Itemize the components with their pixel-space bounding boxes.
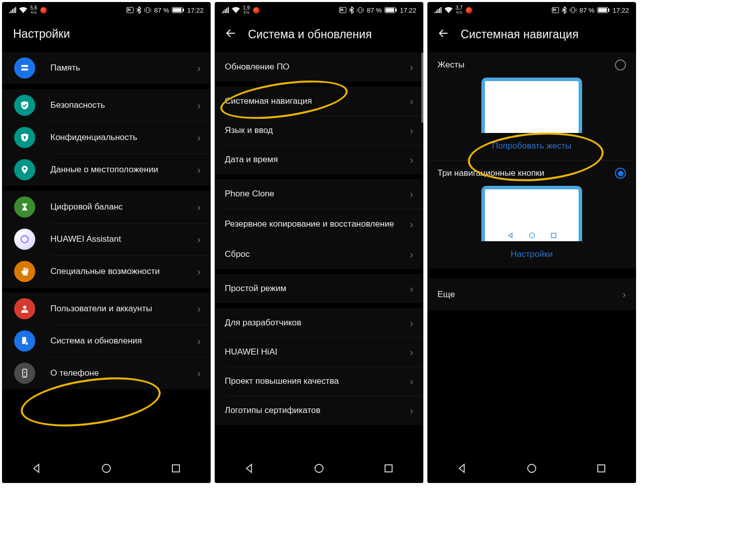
row-reset[interactable]: Сброс › bbox=[215, 240, 423, 269]
try-gestures-link[interactable]: Попробовать жесты bbox=[437, 141, 626, 151]
row-label: Система и обновления bbox=[50, 335, 197, 346]
svg-rect-23 bbox=[396, 9, 397, 12]
nav-recent-button[interactable] bbox=[170, 463, 181, 476]
chevron-right-icon: › bbox=[410, 125, 413, 136]
chevron-right-icon: › bbox=[197, 164, 201, 176]
system-nav-bar bbox=[215, 455, 423, 483]
row-phone-clone[interactable]: Phone Clone › bbox=[215, 179, 423, 209]
clock: 17:22 bbox=[400, 7, 416, 14]
row-label: Безопасность bbox=[50, 100, 197, 110]
row-huawei-hiai[interactable]: HUAWEI HiAI › bbox=[215, 337, 423, 367]
row-label: Конфиденциальность bbox=[50, 132, 197, 143]
clock: 17:22 bbox=[612, 7, 629, 14]
location-pin-icon bbox=[14, 159, 35, 180]
row-user-experience[interactable]: Проект повышения качества › bbox=[215, 367, 423, 396]
nav-home-button[interactable] bbox=[101, 463, 112, 476]
hand-icon bbox=[14, 261, 35, 282]
system-nav-bar bbox=[2, 455, 211, 483]
row-language-input[interactable]: Язык и ввод › bbox=[215, 116, 423, 145]
chevron-right-icon: › bbox=[410, 249, 413, 260]
nav-home-button[interactable] bbox=[313, 463, 325, 476]
chevron-right-icon: › bbox=[197, 100, 201, 111]
back-button[interactable] bbox=[437, 27, 450, 41]
svg-rect-27 bbox=[572, 8, 575, 13]
row-assistant[interactable]: HUAWEI Assistant › bbox=[2, 223, 211, 255]
nav-recent-button[interactable] bbox=[596, 463, 607, 476]
row-date-time[interactable]: Дата и время › bbox=[215, 145, 423, 174]
bluetooth-icon bbox=[349, 7, 354, 14]
svg-point-10 bbox=[21, 236, 28, 243]
row-label: Простой режим bbox=[225, 283, 410, 294]
nav-back-button[interactable] bbox=[31, 463, 42, 476]
battery-icon bbox=[385, 7, 397, 13]
phone-screen-system-navigation: 3,7K/s 87 % 17:22 Системная навигация Же… bbox=[427, 2, 636, 483]
battery-percent: 87 % bbox=[367, 7, 382, 14]
navigation-options: Жесты Попробовать жесты Три навигационны… bbox=[427, 52, 636, 455]
cellular-signal-icon bbox=[222, 7, 229, 13]
row-developer-options[interactable]: Для разработчиков › bbox=[215, 308, 423, 337]
svg-point-31 bbox=[529, 233, 534, 238]
page-title: Система и обновления bbox=[248, 28, 372, 41]
option-gestures[interactable]: Жесты Попробовать жесты bbox=[427, 52, 636, 160]
shield-check-icon bbox=[14, 95, 35, 116]
phone-info-icon: i bbox=[14, 363, 35, 384]
svg-rect-15 bbox=[24, 376, 25, 377]
radio-checked-icon[interactable] bbox=[615, 168, 626, 179]
phone-gear-icon bbox=[14, 330, 35, 352]
row-label: Системная навигация bbox=[225, 96, 410, 106]
wifi-icon bbox=[232, 7, 240, 13]
network-speed: 5,6K/s bbox=[30, 6, 37, 15]
svg-point-11 bbox=[23, 306, 26, 309]
svg-point-17 bbox=[102, 464, 110, 472]
notification-dot-icon bbox=[466, 7, 472, 14]
row-location[interactable]: Данные о местоположении › bbox=[2, 154, 211, 186]
gesture-preview bbox=[481, 78, 582, 133]
row-digital-balance[interactable]: Цифровой баланс › bbox=[2, 191, 211, 223]
nav-settings-link[interactable]: Настройки bbox=[437, 249, 626, 259]
radio-unchecked-icon[interactable] bbox=[615, 59, 626, 71]
nav-back-button[interactable] bbox=[244, 463, 255, 476]
screen-header: Настройки bbox=[2, 18, 211, 52]
svg-rect-4 bbox=[183, 9, 184, 12]
vibrate-icon bbox=[570, 7, 577, 13]
svg-rect-22 bbox=[386, 8, 394, 12]
row-users-accounts[interactable]: Пользователи и аккаунты › bbox=[2, 293, 211, 325]
row-label: Дата и время bbox=[225, 154, 410, 165]
row-label: Проект повышения качества bbox=[225, 376, 410, 386]
chevron-right-icon: › bbox=[410, 61, 413, 73]
row-system-updates[interactable]: Система и обновления › bbox=[2, 325, 211, 357]
row-accessibility[interactable]: Специальные возможности › bbox=[2, 255, 211, 288]
row-storage[interactable]: Память › bbox=[2, 52, 211, 84]
phone-screen-system-updates: 1,9K/s 87 % 17:22 Система и обновления О… bbox=[215, 2, 423, 483]
nav-recent-button[interactable] bbox=[383, 463, 394, 476]
row-label: Для разработчиков bbox=[225, 317, 410, 328]
status-bar: 5,6K/s 87 % 17:22 bbox=[2, 2, 211, 18]
row-privacy[interactable]: Конфиденциальность › bbox=[2, 121, 211, 154]
row-label: HUAWEI HiAI bbox=[225, 347, 410, 357]
chevron-right-icon: › bbox=[622, 289, 626, 300]
nav-home-button[interactable] bbox=[526, 463, 537, 476]
nav-back-button[interactable] bbox=[457, 463, 468, 476]
option-label: Три навигационные кнопки bbox=[437, 168, 544, 178]
row-cert-logos[interactable]: Логотипы сертификатов › bbox=[215, 396, 423, 425]
row-security[interactable]: Безопасность › bbox=[2, 89, 211, 121]
row-label: Логотипы сертификатов bbox=[225, 405, 410, 416]
row-label: Язык и ввод bbox=[225, 125, 410, 135]
status-bar: 3,7K/s 87 % 17:22 bbox=[427, 2, 636, 18]
wifi-icon bbox=[445, 7, 453, 13]
back-button[interactable] bbox=[225, 27, 237, 41]
bluetooth-icon bbox=[562, 7, 566, 14]
row-simple-mode[interactable]: Простой режим › bbox=[215, 274, 423, 303]
option-three-buttons[interactable]: Три навигационные кнопки Настройки bbox=[427, 160, 636, 268]
row-about-phone[interactable]: i О телефоне › bbox=[2, 357, 211, 389]
row-system-navigation[interactable]: Системная навигация › bbox=[215, 87, 423, 116]
chevron-right-icon: › bbox=[410, 376, 413, 387]
svg-rect-1 bbox=[146, 8, 149, 13]
svg-rect-32 bbox=[551, 233, 556, 238]
screen-header: Система и обновления bbox=[215, 18, 423, 52]
status-bar: 1,9K/s 87 % 17:22 bbox=[215, 2, 423, 18]
row-backup-restore[interactable]: Резервное копирование и восстановление › bbox=[215, 209, 423, 240]
cellular-signal-icon bbox=[9, 7, 16, 13]
row-software-update[interactable]: Обновление ПО › bbox=[215, 52, 423, 82]
row-more[interactable]: Еще › bbox=[427, 273, 636, 310]
